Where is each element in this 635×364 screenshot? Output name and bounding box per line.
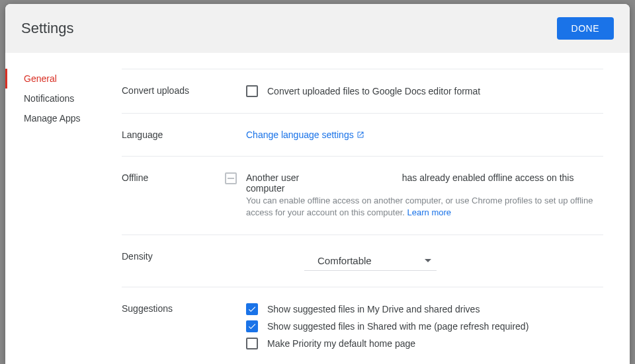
section-density: Density Comfortable <box>122 235 603 287</box>
section-suggestions: Suggestions Show suggested files in My D… <box>122 287 603 364</box>
offline-checkbox <box>225 172 237 184</box>
sidebar-item-general[interactable]: General <box>5 69 111 89</box>
checkmark-icon <box>247 305 257 314</box>
section-label: Suggestions <box>122 303 246 349</box>
settings-sidebar: General Notifications Manage Apps <box>5 53 111 364</box>
dialog-body: General Notifications Manage Apps Conver… <box>5 53 630 364</box>
section-offline: Offline Another user has <box>122 156 603 235</box>
section-content: Another user has already enabled offline… <box>246 172 603 219</box>
suggestion-mydrive-checkbox[interactable] <box>246 303 258 315</box>
offline-secondary-text: You can enable offline access on another… <box>246 195 603 219</box>
section-label: Convert uploads <box>122 85 246 97</box>
dropdown-arrow-icon <box>425 259 431 262</box>
section-content: Change language settings <box>246 129 603 140</box>
density-selected-value: Comfortable <box>318 255 372 266</box>
section-content: Convert uploaded files to Google Docs ed… <box>246 85 603 97</box>
checkbox-label: Show suggested files in My Drive and sha… <box>267 304 480 314</box>
checkmark-icon <box>247 322 257 331</box>
offline-user-pre: Another user <box>246 172 299 183</box>
section-label: Density <box>122 251 246 271</box>
link-text: Change language settings <box>246 129 354 140</box>
convert-uploads-checkbox[interactable] <box>246 85 258 97</box>
offline-learn-more-link[interactable]: Learn more <box>407 207 451 217</box>
sidebar-item-label: General <box>24 73 57 84</box>
density-select[interactable]: Comfortable <box>304 251 437 271</box>
sidebar-item-manage-apps[interactable]: Manage Apps <box>5 108 111 128</box>
offline-text: Another user has already enabled offline… <box>246 172 603 219</box>
dialog-header: Settings DONE <box>5 4 630 53</box>
dialog-title: Settings <box>21 20 74 37</box>
checkbox-label: Make Priority my default home page <box>267 338 415 349</box>
offline-primary-text: Another user has already enabled offline… <box>246 172 603 194</box>
convert-uploads-option: Convert uploaded files to Google Docs ed… <box>246 85 603 97</box>
sidebar-item-notifications[interactable]: Notifications <box>5 89 111 108</box>
suggestion-priority-checkbox[interactable] <box>246 338 258 349</box>
section-language: Language Change language settings <box>122 113 603 156</box>
section-convert-uploads: Convert uploads Convert uploaded files t… <box>122 69 603 113</box>
section-label: Language <box>122 129 246 140</box>
suggestion-option-shared: Show suggested files in Shared with me (… <box>246 320 603 332</box>
sidebar-item-label: Manage Apps <box>24 113 81 124</box>
sidebar-item-label: Notifications <box>24 93 74 104</box>
section-content: Show suggested files in My Drive and sha… <box>246 303 603 349</box>
suggestion-shared-checkbox[interactable] <box>246 320 258 332</box>
change-language-link[interactable]: Change language settings <box>246 129 364 140</box>
section-content: Comfortable <box>246 251 603 271</box>
checkbox-label: Convert uploaded files to Google Docs ed… <box>267 86 480 96</box>
suggestion-option-priority: Make Priority my default home page <box>246 338 603 349</box>
suggestion-option-mydrive: Show suggested files in My Drive and sha… <box>246 303 603 315</box>
settings-content: Convert uploads Convert uploaded files t… <box>111 53 630 364</box>
external-link-icon <box>357 131 364 139</box>
settings-dialog: Settings DONE General Notifications Mana… <box>5 4 630 364</box>
checkbox-label: Show suggested files in Shared with me (… <box>267 321 529 332</box>
done-button[interactable]: DONE <box>557 17 614 40</box>
